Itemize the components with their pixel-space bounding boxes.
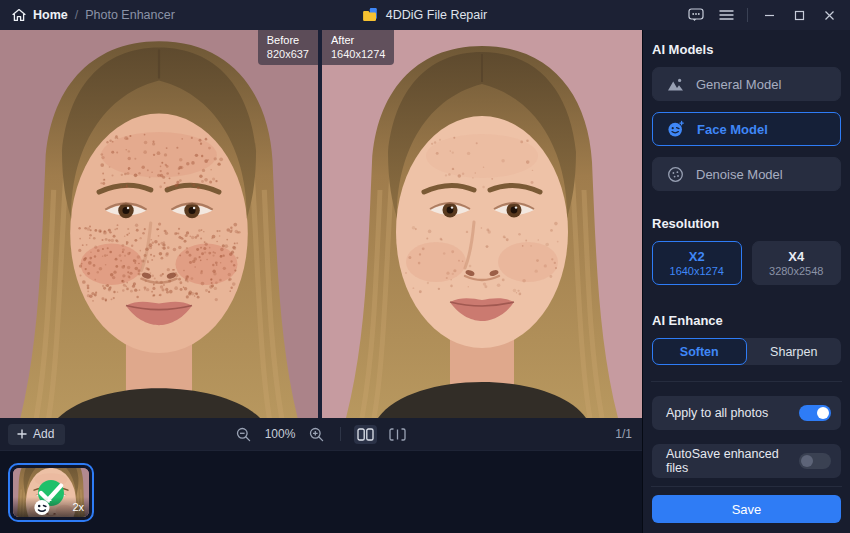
add-button-label: Add [33,427,54,441]
app-window: Home / Photo Enhancer 4DDiG File Repair [0,0,850,533]
window-controls [683,4,850,26]
viewer-toolbar: Add 100% [0,418,642,450]
before-photo [0,30,318,418]
model-label: Face Model [697,122,768,137]
app-logo-icon [363,7,379,23]
breadcrumb: Home / Photo Enhancer [0,8,175,22]
before-image[interactable]: Before 820x637 [0,30,318,418]
app-title: 4DDiG File Repair [386,8,487,22]
window-controls-divider [747,8,748,22]
home-icon[interactable] [12,8,26,22]
zoom-in-button[interactable] [306,424,327,445]
settings-panel: AI Models General Model Face Model Denoi… [643,30,850,533]
content-area: Before 820x637 [0,30,850,533]
maximize-button[interactable] [786,4,812,26]
after-image[interactable]: After 1640x1274 [322,30,642,418]
before-badge-size: 820x637 [267,47,309,61]
toolbar-divider [340,427,341,441]
sharpen-button[interactable]: Sharpen [747,338,842,365]
model-label: General Model [696,77,781,92]
main-area: Before 820x637 [0,30,642,533]
app-title-group: 4DDiG File Repair [363,0,487,30]
face-model-mini-icon [18,497,67,517]
thumbnail-meta: 2x [13,497,89,517]
title-bar: Home / Photo Enhancer 4DDiG File Repair [0,0,850,30]
panel-section-divider [651,381,842,382]
apply-all-label: Apply to all photos [666,406,768,420]
add-button[interactable]: Add [8,424,65,445]
plus-icon [17,429,27,439]
resolution-heading: Resolution [652,216,841,231]
resolution-x2-button[interactable]: X2 1640x1274 [652,241,742,285]
filmstrip: 2x [0,450,642,533]
side-by-side-view-button[interactable] [354,425,377,444]
ai-enhance-heading: AI Enhance [652,313,841,328]
thumbnail-image: 2x [13,468,89,517]
resolution-label: X2 [689,249,705,264]
minimize-button[interactable] [756,4,782,26]
zoom-view-controls: 100% [233,424,409,445]
resolution-label: X4 [788,249,804,264]
zoom-level: 100% [263,427,297,441]
before-badge-label: Before [267,33,309,47]
autosave-toggle-card[interactable]: AutoSave enhanced files [652,444,841,478]
model-button-denoise[interactable]: Denoise Model [652,157,841,191]
autosave-label: AutoSave enhanced files [666,447,799,475]
model-button-general[interactable]: General Model [652,67,841,101]
model-button-face[interactable]: Face Model [652,112,841,146]
photo-thumbnail[interactable]: 2x [8,463,94,522]
autosave-toggle[interactable] [799,453,831,469]
after-badge: After 1640x1274 [322,30,394,65]
feedback-icon[interactable] [683,4,709,26]
after-badge-label: After [331,33,385,47]
apply-all-toggle[interactable] [799,405,831,421]
before-badge: Before 820x637 [258,30,318,65]
enhance-mode-segment: Soften Sharpen [652,338,841,365]
page-indicator: 1/1 [615,427,632,441]
zoom-out-button[interactable] [233,424,254,445]
save-divider [651,486,842,487]
resolution-options: X2 1640x1274 X4 3280x2548 [652,241,841,285]
toggle-knob [817,407,829,419]
apply-all-toggle-card[interactable]: Apply to all photos [652,396,841,430]
menu-icon[interactable] [713,4,739,26]
split-slider-view-button[interactable] [386,425,409,444]
save-button[interactable]: Save [652,495,841,523]
breadcrumb-home[interactable]: Home [33,8,68,22]
thumbnail-scale-label: 2x [72,501,84,513]
resolution-size: 1640x1274 [670,265,724,277]
image-icon [667,77,684,92]
breadcrumb-page: Photo Enhancer [85,8,175,22]
face-icon [667,120,685,138]
after-badge-size: 1640x1274 [331,47,385,61]
close-button[interactable] [816,4,842,26]
resolution-size: 3280x2548 [769,265,823,277]
model-label: Denoise Model [696,167,783,182]
after-photo [322,30,642,418]
resolution-x4-button[interactable]: X4 3280x2548 [752,241,842,285]
ai-models-heading: AI Models [652,42,841,57]
compare-viewer: Before 820x637 [0,30,642,418]
panel-spacer [652,478,841,486]
soften-button[interactable]: Soften [652,338,747,365]
breadcrumb-separator: / [75,8,78,22]
toggle-knob [801,455,813,467]
denoise-icon [667,166,684,183]
